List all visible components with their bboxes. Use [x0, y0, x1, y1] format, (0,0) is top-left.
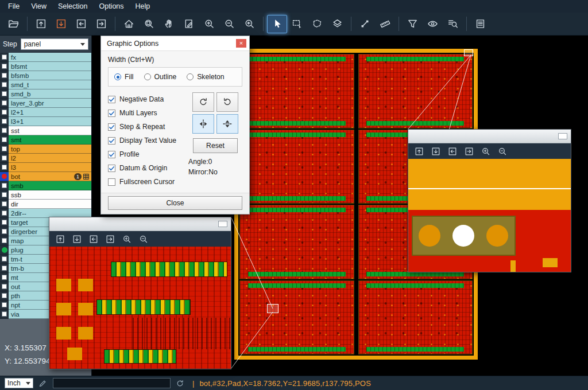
layer-stack-tool-button[interactable]	[327, 15, 347, 33]
pan-tool-button[interactable]	[159, 15, 179, 33]
poly-select-tool-button[interactable]	[307, 15, 327, 33]
radio-fill[interactable]: Fill	[114, 73, 134, 81]
window-button-icon[interactable]	[558, 133, 567, 139]
layer-visibility-checkbox[interactable]	[0, 53, 9, 62]
layer-visibility-checkbox[interactable]	[0, 282, 9, 291]
layer-visibility-checkbox[interactable]	[0, 291, 9, 301]
rotate-ccw-button[interactable]	[216, 92, 238, 112]
mag-export-right-button[interactable]	[461, 145, 477, 158]
layer-visibility-checkbox[interactable]	[0, 62, 9, 71]
checkbox-negative-data[interactable]: Negative Data	[108, 92, 188, 106]
zoom-out-button[interactable]	[219, 15, 239, 33]
layer-active-indicator[interactable]	[0, 245, 9, 255]
checkbox-profile[interactable]: Profile	[108, 147, 188, 161]
checkbox-step-repeat[interactable]: Step & Repeat	[108, 120, 188, 134]
rotate-cw-button[interactable]	[192, 92, 214, 112]
layer-item-layer-3-gbr[interactable]: layer_3.gbr	[9, 99, 91, 108]
layer-visibility-checkbox[interactable]	[0, 163, 9, 172]
measure-line-tool-button[interactable]	[355, 15, 375, 33]
layer-item-dir[interactable]: dir	[9, 200, 91, 209]
layer-visibility-checkbox[interactable]	[0, 209, 9, 218]
checkbox-display-text-value[interactable]: Display Text Value	[108, 134, 188, 147]
mag-export-right-button[interactable]	[102, 232, 118, 245]
layer-item-bfsmb[interactable]: bfsmb	[9, 71, 91, 80]
command-input[interactable]	[53, 378, 171, 388]
unit-select[interactable]: Inch	[5, 378, 33, 388]
layer-visibility-checkbox[interactable]	[0, 181, 9, 190]
menu-view[interactable]: View	[25, 0, 52, 13]
import-left-button[interactable]	[71, 15, 91, 33]
menu-selection[interactable]: Selection	[52, 0, 93, 13]
layer-visibility-checkbox[interactable]	[0, 236, 9, 245]
window-button-icon[interactable]	[218, 221, 227, 227]
layer-item-l2-1[interactable]: l2+1	[9, 108, 91, 117]
radio-outline[interactable]: Outline	[144, 73, 177, 81]
dialog-close-button[interactable]: Close	[108, 196, 242, 210]
layer-item-l3[interactable]: l3	[9, 163, 91, 172]
mag-zoom-out-button[interactable]	[135, 232, 152, 245]
layer-visibility-checkbox[interactable]	[0, 80, 9, 89]
layer-item-fx[interactable]: fx	[9, 53, 91, 62]
layer-visibility-checkbox[interactable]	[0, 154, 9, 163]
layer-item-smb[interactable]: smb	[9, 181, 91, 190]
layer-active-indicator[interactable]	[0, 172, 9, 181]
visibility-tool-button[interactable]	[423, 15, 443, 33]
zoom-window-button[interactable]	[139, 15, 159, 33]
step-select[interactable]: panel	[21, 38, 88, 50]
magnifier1-title-bar[interactable]	[49, 217, 231, 231]
dialog-title-bar[interactable]: Graphic Options ×	[101, 36, 249, 51]
zoom-in-button[interactable]	[199, 15, 219, 33]
annotate-tool-button[interactable]	[179, 15, 199, 33]
layer-item-smt[interactable]: smt	[9, 135, 91, 145]
mag-zoom-out-button[interactable]	[494, 145, 510, 158]
mag-import-down-button[interactable]	[68, 232, 85, 245]
layer-visibility-checkbox[interactable]	[0, 264, 9, 273]
refresh-icon[interactable]	[176, 379, 184, 388]
layer-visibility-checkbox[interactable]	[0, 200, 9, 209]
checkbox-datum-origin[interactable]: Datum & Origin	[108, 161, 188, 175]
mirror-horizontal-button[interactable]	[192, 114, 214, 134]
import-down-button[interactable]	[51, 15, 71, 33]
open-file-button[interactable]	[3, 15, 24, 33]
layer-item-l2[interactable]: l2	[9, 154, 91, 163]
layer-visibility-checkbox[interactable]	[0, 227, 9, 236]
radio-skeleton[interactable]: Skeleton	[187, 73, 224, 81]
reset-button[interactable]: Reset	[193, 138, 238, 153]
menu-file[interactable]: File	[2, 0, 25, 13]
mag-export-up-button[interactable]	[411, 145, 427, 158]
layer-item-sst[interactable]: sst	[9, 126, 91, 135]
layer-item-l3-1[interactable]: l3+1	[9, 117, 91, 126]
rect-select-tool-button[interactable]	[287, 15, 307, 33]
mirror-vertical-button[interactable]	[216, 114, 238, 134]
layer-visibility-checkbox[interactable]	[0, 218, 9, 227]
mag-export-up-button[interactable]	[52, 232, 68, 245]
layer-visibility-checkbox[interactable]	[0, 99, 9, 108]
layer-item-bot[interactable]: bot1	[9, 172, 91, 181]
layer-visibility-checkbox[interactable]	[0, 145, 9, 154]
find-text-tool-button[interactable]	[443, 15, 463, 33]
layer-item-bfsmt[interactable]: bfsmt	[9, 62, 91, 71]
mag-zoom-in-button[interactable]	[118, 232, 135, 245]
layer-visibility-checkbox[interactable]	[0, 301, 9, 310]
menu-options[interactable]: Options	[93, 0, 129, 13]
mag-import-down-button[interactable]	[427, 145, 444, 158]
filter-tool-button[interactable]	[403, 15, 423, 33]
mag-import-left-button[interactable]	[85, 232, 102, 245]
mag-import-left-button[interactable]	[444, 145, 461, 158]
ruler-tool-button[interactable]	[375, 15, 395, 33]
zoom-home-button[interactable]	[119, 15, 139, 33]
mag-zoom-in-button[interactable]	[477, 145, 494, 158]
close-button[interactable]: ×	[236, 39, 246, 48]
layer-visibility-checkbox[interactable]	[0, 255, 9, 264]
layer-visibility-checkbox[interactable]	[0, 310, 9, 319]
layer-visibility-checkbox[interactable]	[0, 89, 9, 99]
layer-item-smd-b[interactable]: smd_b	[9, 89, 91, 99]
magnifier2-title-bar[interactable]	[408, 130, 571, 143]
layer-visibility-checkbox[interactable]	[0, 71, 9, 80]
layer-visibility-checkbox[interactable]	[0, 126, 9, 135]
layer-visibility-checkbox[interactable]	[0, 135, 9, 145]
select-tool-button[interactable]	[267, 15, 287, 33]
layer-item-ssb[interactable]: ssb	[9, 190, 91, 200]
layer-visibility-checkbox[interactable]	[0, 117, 9, 126]
export-up-button[interactable]	[31, 15, 51, 33]
